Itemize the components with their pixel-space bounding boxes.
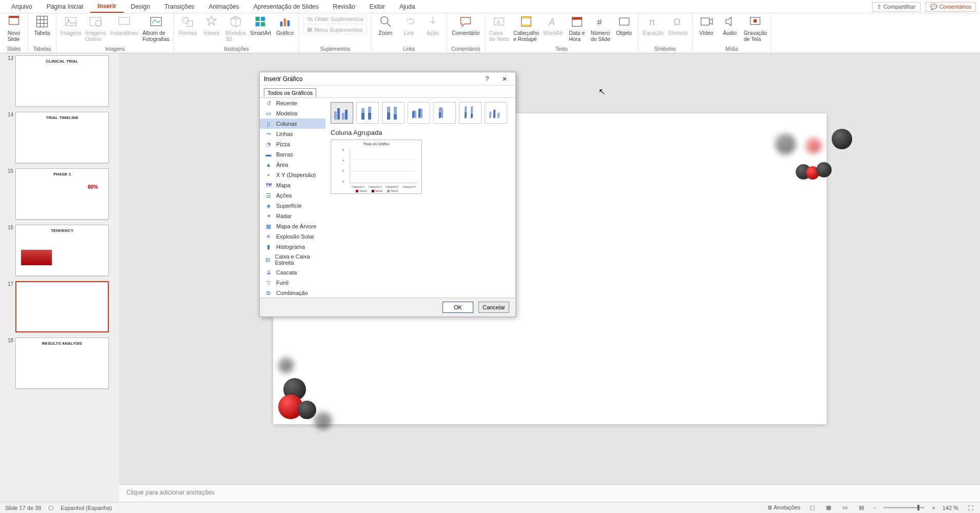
category-pizza[interactable]: ◔Pizza xyxy=(260,139,325,149)
category-a-es[interactable]: ☰Ações xyxy=(260,190,325,201)
header-footer-button[interactable]: Cabeçalho e Rodapé xyxy=(513,14,539,42)
audio-icon xyxy=(723,14,737,29)
slide-thumb-18[interactable]: RESULTS ANALYSIS xyxy=(15,338,109,389)
images-button[interactable]: Imagens xyxy=(61,14,81,36)
category-colunas[interactable]: ▯Colunas xyxy=(260,119,325,129)
zoom-in-button[interactable]: + xyxy=(932,505,935,511)
svg-rect-52 xyxy=(465,107,467,112)
audio-button[interactable]: Áudio xyxy=(720,14,740,36)
subtype-100pct-stacked[interactable] xyxy=(382,102,405,124)
svg-line-23 xyxy=(387,24,391,27)
datetime-button[interactable]: Data e Hora xyxy=(567,14,587,42)
tab-arquivo[interactable]: Arquivo xyxy=(4,1,40,12)
photo-album-button[interactable]: Álbum de Fotografias xyxy=(142,14,169,42)
reading-view-icon[interactable]: ▭ xyxy=(840,504,850,512)
dialog-tab-all-charts[interactable]: Todos os Gráficos xyxy=(264,88,316,97)
zoom-percent[interactable]: 142 % xyxy=(943,505,958,511)
new-slide-button[interactable]: Novo Slide xyxy=(4,14,24,42)
subtype-stacked-column[interactable] xyxy=(356,102,379,124)
category-explos-o-solar[interactable]: ☀Explosão Solar xyxy=(260,231,325,242)
category-icon: 〜 xyxy=(265,130,272,137)
equation-button[interactable]: πEquação xyxy=(643,14,664,36)
zoom-out-button[interactable]: − xyxy=(873,505,876,511)
ok-button[interactable]: OK xyxy=(443,302,473,313)
tab-revisao[interactable]: Revisão xyxy=(326,1,362,12)
slide-thumb-14[interactable]: TRIAL TIMELINE xyxy=(15,112,109,163)
chart-button[interactable]: Gráfico xyxy=(275,14,295,36)
textbox-button[interactable]: ACaixa de Texto xyxy=(489,14,510,42)
slide-thumb-15[interactable]: PHASE 180% xyxy=(15,168,109,220)
tab-exibir[interactable]: Exibir xyxy=(362,1,392,12)
category-superf-cie[interactable]: ◈Superfície xyxy=(260,201,325,211)
chart-preview[interactable]: Título do Gráfico 6420 Categoria 1Catego… xyxy=(331,140,422,194)
slide-thumb-16[interactable]: TENDENCY xyxy=(15,225,109,276)
tab-pagina-inicial[interactable]: Página Inicial xyxy=(40,1,90,12)
subtype-3d-stacked[interactable] xyxy=(433,102,456,124)
video-button[interactable]: Vídeo xyxy=(697,14,716,36)
help-button[interactable]: ? xyxy=(481,73,494,85)
close-button[interactable]: ✕ xyxy=(498,73,511,85)
smartart-button[interactable]: SmartArt xyxy=(250,14,271,36)
category-caixa-e-caixa-estreita[interactable]: ⊟Caixa e Caixa Estreita xyxy=(260,252,325,267)
category-histograma[interactable]: ▮Histograma xyxy=(260,242,325,252)
images-online-button[interactable]: Imagens Online xyxy=(85,14,106,42)
group-label-symbols: Símbolos xyxy=(655,46,676,52)
share-button[interactable]: ⇪Compartilhar xyxy=(872,2,920,12)
subtype-clustered-column[interactable] xyxy=(331,102,353,124)
category-funil[interactable]: ▽Funil xyxy=(260,278,325,288)
shapes-button[interactable]: Formas xyxy=(178,14,198,36)
cancel-button[interactable]: Cancelar xyxy=(478,302,509,313)
category-linhas[interactable]: 〜Linhas xyxy=(260,129,325,139)
zoom-slider[interactable] xyxy=(883,507,925,508)
status-language[interactable]: Espanhol (Espanha) xyxy=(61,505,112,511)
category-cascata[interactable]: ⇊Cascata xyxy=(260,267,325,278)
category-mapa[interactable]: 🗺Mapa xyxy=(260,180,325,190)
wordart-button[interactable]: AWordArt xyxy=(543,14,563,36)
slideshow-view-icon[interactable]: ▤ xyxy=(857,504,866,512)
notes-input[interactable]: Clique para adicionar anotações xyxy=(119,484,980,502)
icons-button[interactable]: Ícones xyxy=(202,14,221,36)
tab-design[interactable]: Design xyxy=(124,1,157,12)
subtype-3d-clustered[interactable] xyxy=(408,102,430,124)
category-recente[interactable]: ↺Recente xyxy=(260,98,325,108)
category-mapa-de-rvore[interactable]: ▦Mapa de Árvore xyxy=(260,221,325,231)
notes-toggle[interactable]: ≣ Anotações xyxy=(767,504,800,511)
fit-to-window-icon[interactable]: ⛶ xyxy=(966,504,975,512)
tab-animacoes[interactable]: Animações xyxy=(201,1,246,12)
category-radar[interactable]: ✶Radar xyxy=(260,211,325,221)
my-addins-button[interactable]: ▦Meus Suplementos xyxy=(303,25,367,34)
tab-apresentacao[interactable]: Apresentação de Slides xyxy=(246,1,326,12)
action-button[interactable]: Ação xyxy=(423,14,443,36)
comments-button[interactable]: 💬Comentários xyxy=(926,2,976,12)
link-button[interactable]: Link xyxy=(399,14,419,36)
subtype-3d-100pct[interactable] xyxy=(459,102,482,124)
category-x-y-dispers-o-[interactable]: •X Y (Dispersão) xyxy=(260,170,325,180)
category-modelos[interactable]: ▭Modelos xyxy=(260,108,325,119)
slide-thumbnails-panel[interactable]: 13CLINICAL TRIAL 14TRIAL TIMELINE 15PHAS… xyxy=(0,53,119,502)
zoom-button[interactable]: Zoom xyxy=(376,14,395,36)
category-combina-o[interactable]: ⧉Combinação xyxy=(260,288,325,298)
tab-transicoes[interactable]: Transições xyxy=(157,1,201,12)
accessibility-icon[interactable]: ▢ xyxy=(48,504,53,511)
table-button[interactable]: Tabela xyxy=(32,14,52,36)
comment-button[interactable]: Comentário xyxy=(452,14,479,36)
screen-record-button[interactable]: Gravação de Tela xyxy=(744,14,767,42)
category-barras[interactable]: ▬Barras xyxy=(260,149,325,160)
slide-thumb-13[interactable]: CLINICAL TRIAL xyxy=(15,55,109,107)
subtype-3d-column[interactable] xyxy=(485,102,507,124)
normal-view-icon[interactable]: ▢ xyxy=(808,504,817,512)
screenshot-button[interactable]: Instantâneo xyxy=(110,14,139,36)
object-button[interactable]: Objeto xyxy=(614,14,634,36)
symbol-button[interactable]: ΩSímbolo xyxy=(668,14,688,36)
thumb-num: 13 xyxy=(6,55,15,107)
link-icon xyxy=(402,14,416,29)
category--rea[interactable]: ▲Área xyxy=(260,160,325,170)
slide-thumb-17[interactable] xyxy=(15,281,109,332)
tab-inserir[interactable]: Inserir xyxy=(90,1,124,13)
models3d-button[interactable]: Modelos 3D xyxy=(225,14,246,42)
tab-ajuda[interactable]: Ajuda xyxy=(392,1,422,12)
sorter-view-icon[interactable]: ▦ xyxy=(824,504,833,512)
slide-number-button[interactable]: #Número do Slide xyxy=(591,14,610,42)
get-addins-button[interactable]: 🛍Obter Suplementos xyxy=(303,14,367,24)
category-icon: ⇊ xyxy=(265,269,272,276)
